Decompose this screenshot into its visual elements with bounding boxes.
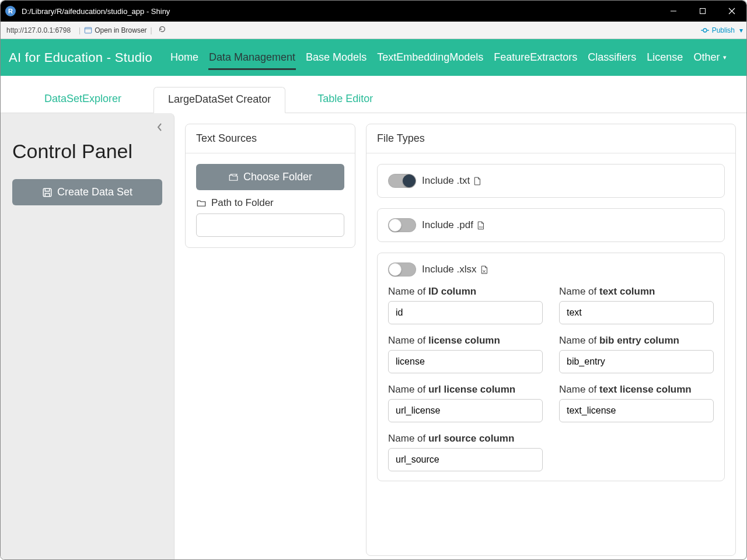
window-open-icon bbox=[84, 26, 92, 34]
collapse-sidebar-button[interactable] bbox=[155, 123, 165, 134]
control-panel-sidebar: Control Panel Create Data Set bbox=[1, 113, 174, 560]
refresh-icon bbox=[158, 25, 166, 33]
sub-tab-bar: DataSetExplorer LargeDataSet Creator Tab… bbox=[1, 76, 746, 113]
save-icon bbox=[42, 187, 53, 198]
xlsx-text-column-field: Name of text column bbox=[559, 286, 714, 324]
chevron-down-icon: ▾ bbox=[739, 26, 743, 34]
chevron-down-icon: ▾ bbox=[723, 54, 727, 61]
nav-other[interactable]: Other ▾ bbox=[688, 39, 732, 76]
folder-icon bbox=[196, 198, 207, 208]
create-dataset-button[interactable]: Create Data Set bbox=[12, 179, 162, 205]
xlsx-text-column-input[interactable] bbox=[559, 301, 714, 324]
include-txt-section: Include .txt bbox=[377, 164, 725, 198]
xlsx-id-column-input[interactable] bbox=[388, 301, 543, 324]
svg-point-2 bbox=[703, 29, 707, 32]
subtab-table-editor[interactable]: Table Editor bbox=[303, 86, 388, 113]
path-to-folder-input[interactable] bbox=[196, 214, 344, 237]
xlsx-url-source-column-field: Name of url source column bbox=[388, 433, 543, 471]
xlsx-url-license-column-input[interactable] bbox=[388, 399, 543, 422]
file-types-card: File Types Include .txt bbox=[366, 124, 736, 556]
include-pdf-toggle[interactable] bbox=[388, 218, 416, 232]
xlsx-bib-entry-column-input[interactable] bbox=[559, 350, 714, 373]
path-to-folder-label: Path to Folder bbox=[196, 197, 344, 209]
publish-icon bbox=[700, 26, 710, 35]
browser-toolbar: http://127.0.0.1:6798 | Open in Browser … bbox=[1, 22, 746, 39]
nav-text-embedding-models[interactable]: TextEmbeddingModels bbox=[372, 39, 488, 76]
nav-data-management[interactable]: Data Management bbox=[204, 39, 301, 76]
xlsx-license-column-field: Name of license column bbox=[388, 335, 543, 373]
xlsx-url-source-column-input[interactable] bbox=[388, 448, 543, 471]
nav-feature-extractors[interactable]: FeatureExtractors bbox=[488, 39, 582, 76]
nav-base-models[interactable]: Base Models bbox=[301, 39, 372, 76]
svg-rect-3 bbox=[43, 188, 51, 197]
subtab-large-dataset-creator[interactable]: LargeDataSet Creator bbox=[153, 87, 285, 113]
publish-button[interactable]: Publish ▾ bbox=[700, 26, 743, 35]
nav-home[interactable]: Home bbox=[165, 39, 204, 76]
window-maximize-button[interactable] bbox=[688, 1, 717, 22]
xlsx-url-license-column-field: Name of url license column bbox=[388, 384, 543, 422]
window-close-button[interactable] bbox=[717, 1, 746, 22]
nav-license[interactable]: License bbox=[641, 39, 688, 76]
xlsx-bib-entry-column-field: Name of bib entry column bbox=[559, 335, 714, 373]
chevron-left-icon bbox=[155, 123, 165, 132]
include-txt-toggle[interactable] bbox=[388, 174, 416, 188]
include-pdf-label: Include .pdf PDF bbox=[422, 219, 486, 231]
svg-rect-1 bbox=[85, 27, 92, 33]
include-txt-label: Include .txt bbox=[422, 175, 482, 187]
brand-title: AI for Education - Studio bbox=[9, 50, 152, 65]
window-titlebar: R D:/Library/R/aifeducation/studio_app -… bbox=[1, 1, 746, 22]
subtab-dataset-explorer[interactable]: DataSetExplorer bbox=[30, 86, 136, 113]
file-txt-icon bbox=[472, 176, 482, 186]
file-xlsx-icon bbox=[479, 265, 489, 275]
include-pdf-section: Include .pdf PDF bbox=[377, 208, 725, 242]
text-sources-header: Text Sources bbox=[186, 124, 355, 153]
folder-open-icon bbox=[228, 172, 239, 183]
window-minimize-button[interactable] bbox=[659, 1, 688, 22]
refresh-button[interactable] bbox=[158, 25, 166, 35]
svg-rect-0 bbox=[700, 9, 706, 14]
text-sources-card: Text Sources Choose Folder Path to Folde… bbox=[185, 124, 355, 248]
main-navbar: AI for Education - Studio Home Data Mana… bbox=[1, 39, 746, 76]
choose-folder-button[interactable]: Choose Folder bbox=[196, 164, 344, 190]
window-title: D:/Library/R/aifeducation/studio_app - S… bbox=[22, 7, 659, 16]
app-icon: R bbox=[5, 6, 16, 16]
nav-classifiers[interactable]: Classifiers bbox=[582, 39, 641, 76]
include-xlsx-toggle[interactable] bbox=[388, 262, 416, 276]
xlsx-license-column-input[interactable] bbox=[388, 350, 543, 373]
include-xlsx-section: Include .xlsx Name of ID column Name of … bbox=[377, 253, 725, 481]
url-text[interactable]: http://127.0.0.1:6798 bbox=[6, 26, 71, 34]
xlsx-id-column-field: Name of ID column bbox=[388, 286, 543, 324]
file-types-header: File Types bbox=[366, 124, 735, 153]
xlsx-text-license-column-input[interactable] bbox=[559, 399, 714, 422]
xlsx-text-license-column-field: Name of text license column bbox=[559, 384, 714, 422]
file-pdf-icon: PDF bbox=[476, 220, 486, 230]
svg-text:PDF: PDF bbox=[479, 226, 484, 229]
sidebar-title: Control Panel bbox=[12, 140, 162, 163]
open-in-browser-button[interactable]: Open in Browser bbox=[84, 26, 146, 34]
include-xlsx-label: Include .xlsx bbox=[422, 264, 489, 275]
